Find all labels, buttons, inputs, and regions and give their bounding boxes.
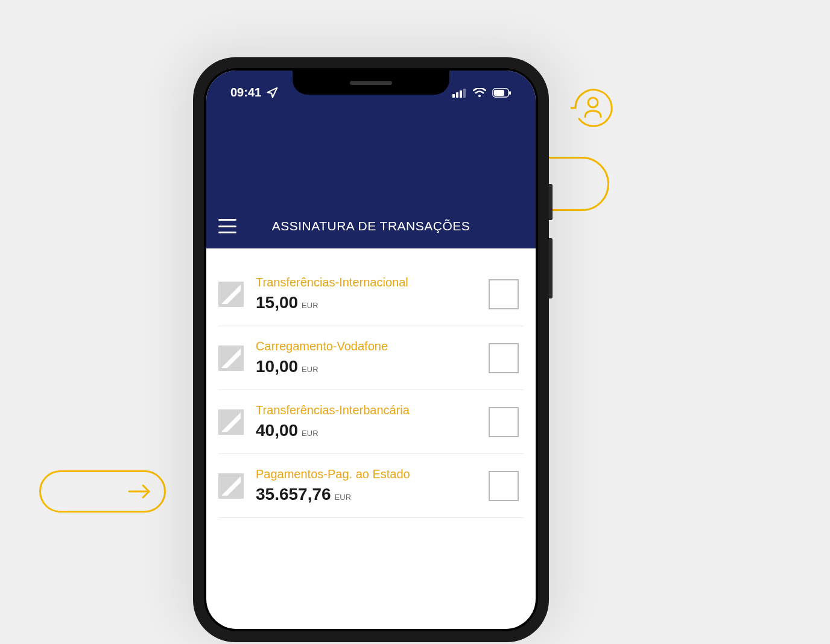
- battery-icon: [492, 88, 512, 98]
- phone-side-button: [549, 184, 553, 220]
- svg-point-6: [478, 95, 481, 97]
- transaction-title: Carregamento-Vodafone: [256, 339, 477, 353]
- transaction-row[interactable]: Carregamento-Vodafone 10,00 EUR: [218, 326, 524, 390]
- transaction-amount: 40,00 EUR: [256, 421, 477, 440]
- transaction-checkbox[interactable]: [489, 471, 519, 501]
- transaction-list: Transferências-Internacional 15,00 EUR: [206, 248, 536, 518]
- transaction-amount: 15,00 EUR: [256, 293, 477, 312]
- svg-point-0: [588, 98, 598, 107]
- svg-rect-2: [452, 94, 455, 98]
- transaction-currency: EUR: [302, 365, 318, 374]
- status-time: 09:41: [230, 86, 261, 99]
- transaction-title: Transferências-Interbancária: [256, 403, 477, 417]
- transaction-currency: EUR: [335, 493, 351, 502]
- wifi-icon: [473, 88, 486, 98]
- bank-logo-icon: [218, 282, 244, 307]
- transaction-title: Pagamentos-Pag. ao Estado: [256, 467, 477, 481]
- bank-logo-icon: [218, 409, 244, 435]
- transaction-row[interactable]: Transferências-Interbancária 40,00 EUR: [218, 390, 524, 454]
- arrow-right-icon: [128, 482, 152, 500]
- transaction-checkbox[interactable]: [489, 407, 519, 437]
- transaction-row[interactable]: Pagamentos-Pag. ao Estado 35.657,76 EUR: [218, 454, 524, 518]
- bank-logo-icon: [218, 473, 244, 499]
- transaction-currency: EUR: [302, 301, 318, 310]
- location-icon: [266, 87, 278, 99]
- svg-rect-5: [463, 89, 466, 98]
- decorative-user-icon: [571, 86, 616, 131]
- cellular-signal-icon: [452, 88, 467, 98]
- transaction-checkbox[interactable]: [489, 279, 519, 309]
- svg-rect-8: [494, 90, 504, 96]
- transaction-title: Transferências-Internacional: [256, 276, 477, 289]
- transaction-amount: 35.657,76 EUR: [256, 485, 477, 504]
- svg-rect-4: [460, 90, 462, 98]
- phone-screen: 09:41: [206, 71, 536, 629]
- transaction-row[interactable]: Transferências-Internacional 15,00 EUR: [218, 276, 524, 326]
- svg-rect-3: [456, 92, 458, 98]
- transaction-checkbox[interactable]: [489, 343, 519, 373]
- page-title: ASSINATURA DE TRANSAÇÕES: [236, 219, 524, 233]
- app-header: 09:41: [206, 71, 536, 248]
- bank-logo-icon: [218, 346, 244, 371]
- svg-rect-9: [509, 91, 511, 95]
- phone-side-button: [549, 238, 553, 298]
- phone-notch: [293, 71, 449, 95]
- transaction-currency: EUR: [302, 429, 318, 438]
- transaction-amount: 10,00 EUR: [256, 357, 477, 376]
- phone-frame: 09:41: [193, 57, 549, 642]
- menu-button[interactable]: [218, 219, 236, 233]
- phone-speaker: [350, 81, 392, 85]
- decorative-pill-bottom: [39, 470, 166, 513]
